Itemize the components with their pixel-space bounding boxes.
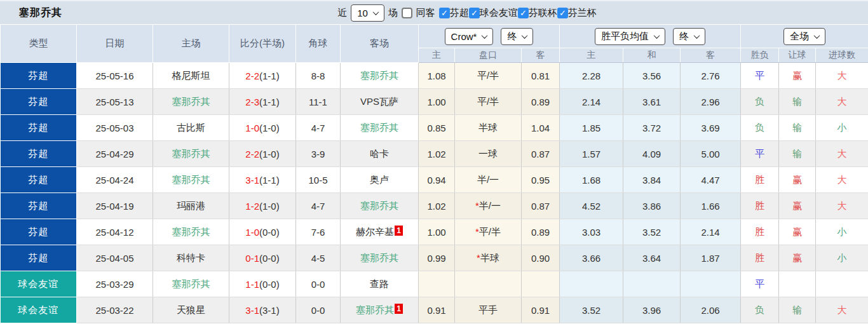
ah-line-cell: *平/半 <box>455 219 522 245</box>
team-name[interactable]: 奥卢 <box>370 174 389 185</box>
filter-checkbox[interactable]: ✓ <box>439 8 450 18</box>
ah-home-odds-cell: 0.85 <box>419 115 455 141</box>
home-team-cell: 塞那乔其 <box>153 219 229 245</box>
away-team-cell: VPS瓦萨 <box>341 89 419 115</box>
eu-away-odds-cell: 2.14 <box>681 219 741 245</box>
ah-away-odds-cell: 0.95 <box>522 167 560 193</box>
halftime-score: (1-0) <box>259 123 280 133</box>
team-name[interactable]: 塞那乔其 <box>172 226 210 237</box>
league-type-cell[interactable]: 球会友谊 <box>1 271 77 297</box>
score-cell: 2-2(1-0) <box>229 141 296 167</box>
subcol-goals: 进球数 <box>816 48 868 63</box>
team-name[interactable]: 哈卡 <box>370 148 389 159</box>
league-type-cell[interactable]: 芬超 <box>1 219 77 245</box>
result-cell: 负 <box>741 115 779 141</box>
team-name[interactable]: 塞那乔其 <box>172 96 210 107</box>
team-name[interactable]: 塞那乔其 <box>172 278 210 289</box>
eu-draw-odds-cell: 3.52 <box>623 219 681 245</box>
eu-home-odds-cell <box>560 271 623 297</box>
team-name[interactable]: 塞那乔其 <box>360 122 398 133</box>
eu-draw-odds-cell: 3.72 <box>623 115 681 141</box>
col-header-corners: 角球 <box>296 25 341 63</box>
result-scope-select[interactable]: 全场 <box>783 28 825 45</box>
date-cell: 25-05-16 <box>77 63 153 89</box>
team-name[interactable]: 古比斯 <box>177 122 205 133</box>
team-name[interactable]: 科特卡 <box>177 252 205 263</box>
bookmaker-select[interactable]: Crow* <box>445 28 494 45</box>
chevron-down-icon <box>482 32 488 39</box>
filter-checkbox[interactable]: ✓ <box>469 8 480 18</box>
ah-home-odds-cell: 1.00 <box>419 219 455 245</box>
result-cell: 胜 <box>741 167 779 193</box>
fulltime-score: 3-1 <box>245 175 259 186</box>
league-type-cell[interactable]: 芬超 <box>1 63 77 89</box>
score-cell: 1-2(1-0) <box>229 193 296 219</box>
fulltime-score: 1-1 <box>245 279 259 290</box>
team-name[interactable]: 塞那乔其 <box>360 200 398 211</box>
eu-home-odds-cell: 1.85 <box>560 115 623 141</box>
fulltime-score: 1-2 <box>245 201 259 212</box>
league-type-cell[interactable]: 芬超 <box>1 89 77 115</box>
team-name[interactable]: 塞那乔其 <box>360 252 398 263</box>
eu-away-odds-cell: 5.00 <box>681 141 741 167</box>
chevron-down-icon <box>814 32 820 39</box>
fulltime-score: 2-2 <box>245 71 259 81</box>
fulltime-score: 2-2 <box>245 149 259 159</box>
recent-count-select[interactable]: 10 <box>351 4 384 22</box>
ah-away-odds-cell: 0.87 <box>522 193 560 219</box>
result-cell: 负 <box>741 297 779 323</box>
league-type-cell[interactable]: 芬超 <box>1 245 77 271</box>
handicap-result-cell: 输 <box>779 115 816 141</box>
corners-cell: 0-0 <box>296 271 341 297</box>
eu-home-odds-cell: 1.68 <box>560 167 623 193</box>
league-type-cell[interactable]: 芬超 <box>1 141 77 167</box>
filter-checkbox[interactable]: ✓ <box>518 8 529 18</box>
team-name[interactable]: 格尼斯坦 <box>172 70 210 81</box>
team-name[interactable]: 塞那乔其 <box>172 148 210 159</box>
ah-away-odds-cell: 0.87 <box>522 141 560 167</box>
halftime-score: (0-0) <box>259 279 280 290</box>
handicap-result-cell: 赢 <box>779 167 816 193</box>
ah-time-select-value: 终 <box>507 30 517 43</box>
team-name[interactable]: 天狼星 <box>177 304 205 315</box>
team-name[interactable]: VPS瓦萨 <box>360 96 398 107</box>
same-away-checkbox[interactable] <box>402 8 412 18</box>
date-cell: 25-03-29 <box>77 271 153 297</box>
team-name[interactable]: 塞那乔其 <box>360 70 398 81</box>
team-name[interactable]: 塞那乔其 <box>172 174 210 185</box>
ah-home-odds-cell <box>419 271 455 297</box>
league-type-cell[interactable]: 芬超 <box>1 115 77 141</box>
eu-time-select[interactable]: 终 <box>673 28 705 45</box>
away-team-cell: 奥卢 <box>341 167 419 193</box>
result-cell: 胜 <box>741 219 779 245</box>
league-type-cell[interactable]: 芬超 <box>1 193 77 219</box>
ah-line-cell <box>455 271 522 297</box>
ah-home-odds-cell: 1.02 <box>419 193 455 219</box>
handicap-star: * <box>477 252 480 263</box>
league-type-cell[interactable]: 球会友谊 <box>1 297 77 323</box>
ah-away-odds-cell: 0.89 <box>522 89 560 115</box>
table-row: 球会友谊 25-03-22 天狼星 3-1(3-1) 0-0 塞那乔其1 0.9… <box>1 297 868 323</box>
eu-away-odds-cell: 2.06 <box>681 297 741 323</box>
ah-line-cell: 平手 <box>455 297 522 323</box>
eu-draw-odds-cell: 3.56 <box>623 63 681 89</box>
team-name[interactable]: 赫尔辛基 <box>356 226 394 237</box>
team-name[interactable]: 查路 <box>370 278 389 289</box>
team-name[interactable]: 玛丽港 <box>177 200 205 211</box>
away-team-cell: 哈卡 <box>341 141 419 167</box>
fulltime-score: 0-1 <box>245 253 259 264</box>
eu-draw-odds-cell: 3.86 <box>623 193 681 219</box>
score-cell: 1-1(0-0) <box>229 271 296 297</box>
team-name[interactable]: 塞那乔其 <box>356 304 394 315</box>
recent-count-value: 10 <box>357 8 368 18</box>
filter-checkbox[interactable]: ✓ <box>557 8 568 18</box>
table-row: 芬超 25-05-13 塞那乔其 2-3(1-1) 11-1 VPS瓦萨 1.0… <box>1 89 868 115</box>
goals-result-cell: 小 <box>816 115 868 141</box>
score-cell: 0-1(0-0) <box>229 245 296 271</box>
home-team-cell: 塞那乔其 <box>153 141 229 167</box>
league-type-cell[interactable]: 芬超 <box>1 167 77 193</box>
recent-label: 近 <box>337 7 347 19</box>
ah-time-select[interactable]: 终 <box>501 28 533 45</box>
chevron-down-icon <box>654 32 660 39</box>
eu-odds-source-select[interactable]: 胜平负均值 <box>595 28 665 45</box>
